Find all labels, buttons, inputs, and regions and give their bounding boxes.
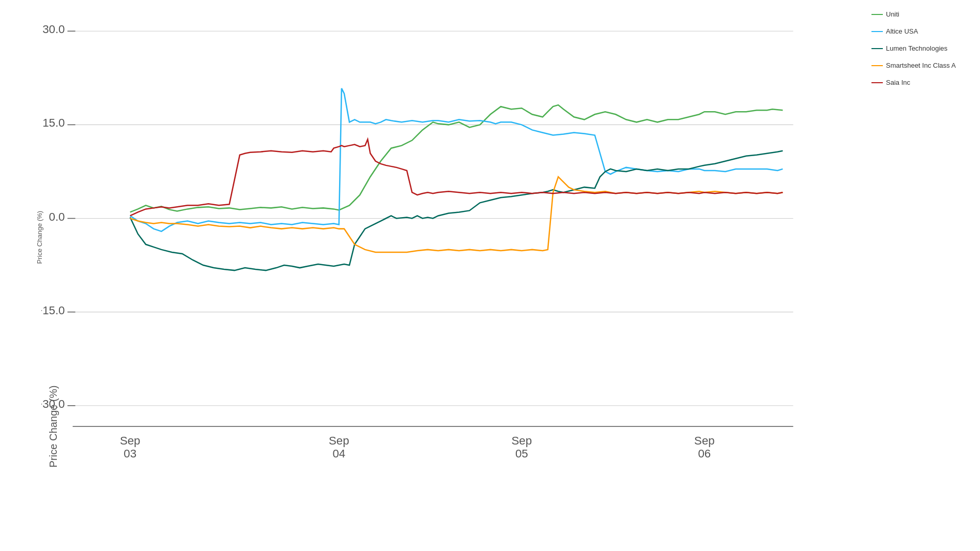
svg-text:06: 06 [698, 447, 711, 460]
svg-text:04: 04 [332, 447, 345, 460]
legend-item-altice: Altice USA [871, 27, 975, 35]
svg-text:Sep: Sep [120, 434, 141, 447]
svg-text:Sep: Sep [512, 434, 532, 447]
legend-item-uniti: Uniti [871, 10, 975, 18]
svg-text:30.0: 30.0 [42, 23, 65, 36]
legend-item-saia: Saia Inc [871, 79, 975, 86]
legend-line-altice [871, 31, 883, 32]
legend-line-lumen [871, 48, 883, 49]
svg-text:15.0: 15.0 [42, 116, 65, 129]
smartsheet-line [130, 177, 783, 252]
legend-label-lumen: Lumen Technologies [886, 44, 947, 52]
uniti-line [130, 105, 783, 212]
svg-text:Sep: Sep [694, 434, 715, 447]
legend-label-smartsheet: Smartsheet Inc Class A [886, 62, 956, 69]
altice-usa-line [130, 88, 783, 232]
legend-line-smartsheet [871, 65, 883, 66]
main-chart-svg: 30.0 15.0 0.0 −15.0 −30.0 Sep 03 Sep 04 … [41, 10, 866, 510]
legend-label-uniti: Uniti [886, 10, 899, 18]
y-axis-label: Price Change (%) [36, 211, 43, 264]
lumen-line [130, 151, 783, 270]
svg-text:05: 05 [515, 447, 528, 460]
legend-label-saia: Saia Inc [886, 79, 910, 86]
legend-item-lumen: Lumen Technologies [871, 44, 975, 52]
chart-container: 30.0 15.0 0.0 −15.0 −30.0 Sep 03 Sep 04 … [0, 0, 980, 551]
legend-item-smartsheet: Smartsheet Inc Class A [871, 62, 975, 69]
svg-text:03: 03 [124, 447, 136, 460]
svg-text:Price Change (%): Price Change (%) [48, 386, 59, 468]
saia-line [130, 140, 783, 216]
legend-line-uniti [871, 14, 883, 15]
svg-text:−15.0: −15.0 [41, 304, 65, 317]
legend-line-saia [871, 82, 883, 83]
chart-legend: Uniti Altice USA Lumen Technologies Smar… [871, 10, 975, 86]
svg-text:0.0: 0.0 [49, 210, 65, 223]
svg-text:Sep: Sep [329, 434, 349, 447]
legend-label-altice: Altice USA [886, 27, 918, 35]
chart-area: 30.0 15.0 0.0 −15.0 −30.0 Sep 03 Sep 04 … [41, 10, 866, 510]
